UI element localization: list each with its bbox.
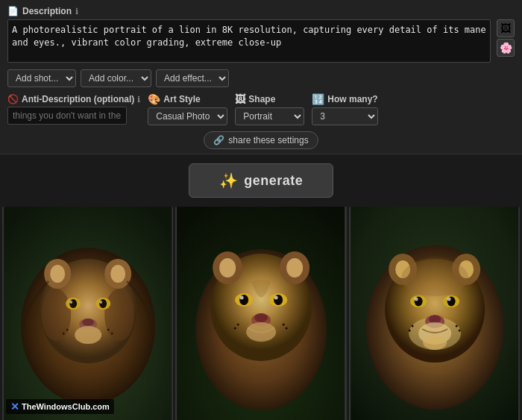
svg-point-33 xyxy=(254,313,268,322)
svg-point-11 xyxy=(99,301,102,304)
generate-button[interactable]: ✨ generate xyxy=(189,163,334,198)
shape-select[interactable]: Portrait Landscape Square xyxy=(235,107,304,125)
art-style-header: 🎨 Art Style xyxy=(148,93,227,105)
svg-point-42 xyxy=(286,258,303,278)
anti-desc-label: Anti-Description (optional) xyxy=(22,94,134,104)
svg-point-58 xyxy=(408,330,410,332)
how-many-header: 🔢 How many? xyxy=(312,93,377,105)
emoji-buttons: 🖼 🌸 xyxy=(497,19,515,57)
svg-point-38 xyxy=(286,327,288,330)
wm-text: TheWindowsClub.com xyxy=(22,402,110,411)
emoji-btn-2[interactable]: 🌸 xyxy=(497,39,515,57)
link-icon: 🔗 xyxy=(213,135,224,145)
generate-label: generate xyxy=(244,173,303,189)
share-btn-row: 🔗 share these settings xyxy=(7,131,515,149)
generate-section: ✨ generate xyxy=(0,154,522,207)
lion-image-3 xyxy=(349,207,520,420)
svg-point-52 xyxy=(447,298,450,301)
number-icon: 🔢 xyxy=(312,93,324,105)
lion-image-1 xyxy=(2,207,173,420)
svg-point-31 xyxy=(274,296,278,300)
shape-section: 🖼 Shape Portrait Landscape Square xyxy=(235,93,304,125)
description-header: 📄 Description ℹ xyxy=(7,6,515,16)
svg-point-37 xyxy=(283,324,285,326)
sparkle-icon: ✨ xyxy=(219,172,239,189)
description-label: Description xyxy=(22,6,72,16)
image-container-1[interactable] xyxy=(2,207,173,420)
desc-row: A <span style="color:#ff8c00">photoreali… xyxy=(7,19,515,65)
svg-point-51 xyxy=(414,298,418,301)
svg-point-36 xyxy=(234,327,236,330)
anti-desc-header: 🚫 Anti-Description (optional) ℹ xyxy=(7,94,140,104)
svg-point-17 xyxy=(107,329,110,331)
art-style-select[interactable]: Casual Photo Realistic Artistic Digital … xyxy=(148,107,227,125)
svg-point-4 xyxy=(41,289,71,341)
svg-point-34 xyxy=(246,322,276,342)
svg-point-16 xyxy=(63,333,65,335)
svg-point-10 xyxy=(69,301,72,304)
description-textarea[interactable]: A <span style="color:#ff8c00">photoreali… xyxy=(7,19,491,63)
description-info-icon[interactable]: ℹ xyxy=(75,7,78,16)
document-icon: 📄 xyxy=(7,6,19,16)
add-color-select[interactable]: Add color... xyxy=(81,69,151,87)
emoji-btn-1[interactable]: 🖼 xyxy=(497,19,515,37)
svg-point-59 xyxy=(455,325,457,327)
svg-point-35 xyxy=(237,324,239,326)
svg-point-57 xyxy=(411,325,413,327)
image-container-3[interactable] xyxy=(349,207,520,420)
svg-point-15 xyxy=(66,329,69,331)
svg-point-18 xyxy=(111,333,113,335)
anti-desc-section: 🚫 Anti-Description (optional) ℹ xyxy=(7,94,140,125)
svg-point-9 xyxy=(99,299,107,308)
lion-image-2 xyxy=(175,207,346,420)
image-container-2[interactable] xyxy=(175,207,346,420)
add-buttons-row: Add shot... Add color... Add effect... xyxy=(7,69,515,87)
svg-point-13 xyxy=(82,319,94,326)
anti-desc-row: 🚫 Anti-Description (optional) ℹ 🎨 Art St… xyxy=(7,93,515,125)
no-icon: 🚫 xyxy=(7,94,19,104)
svg-point-8 xyxy=(69,299,77,308)
shape-label: Shape xyxy=(248,94,275,104)
wm-x-icon: ✕ xyxy=(10,401,19,413)
share-btn-label: share these settings xyxy=(228,135,308,145)
desc-main: A <span style="color:#ff8c00">photoreali… xyxy=(7,19,491,65)
images-grid xyxy=(0,207,522,420)
shape-icon: 🖼 xyxy=(235,93,245,105)
palette-icon: 🎨 xyxy=(148,93,160,105)
svg-point-65 xyxy=(401,259,468,296)
add-effect-select[interactable]: Add effect... xyxy=(156,69,229,87)
anti-desc-input[interactable] xyxy=(7,107,127,125)
svg-point-14 xyxy=(75,326,101,344)
svg-point-41 xyxy=(219,258,236,278)
art-style-label: Art Style xyxy=(163,94,200,104)
share-settings-button[interactable]: 🔗 share these settings xyxy=(204,131,318,149)
shape-header: 🖼 Shape xyxy=(235,93,304,105)
top-panel: 📄 Description ℹ A <span style="color:#ff… xyxy=(0,0,522,154)
how-many-section: 🔢 How many? 1 2 3 4 5 xyxy=(312,93,377,125)
svg-point-54 xyxy=(429,316,441,324)
add-shot-select[interactable]: Add shot... xyxy=(7,69,76,87)
svg-point-5 xyxy=(104,289,134,341)
svg-point-21 xyxy=(50,265,65,283)
how-many-label: How many? xyxy=(327,94,377,104)
svg-point-22 xyxy=(110,265,125,283)
svg-point-60 xyxy=(458,330,460,332)
anti-desc-info-icon[interactable]: ℹ xyxy=(137,95,140,104)
svg-point-30 xyxy=(240,296,244,300)
watermark: ✕ TheWindowsClub.com xyxy=(6,399,114,414)
art-style-section: 🎨 Art Style Casual Photo Realistic Artis… xyxy=(148,93,227,125)
how-many-select[interactable]: 1 2 3 4 5 xyxy=(312,107,377,125)
svg-point-56 xyxy=(423,335,447,350)
